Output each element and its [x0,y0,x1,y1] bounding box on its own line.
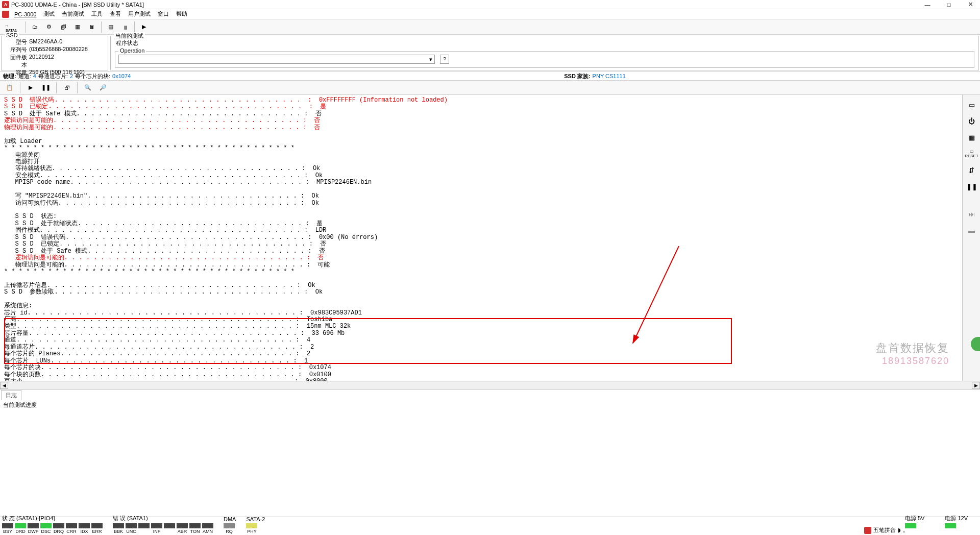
led-indicator [177,523,188,528]
tool-grid-icon[interactable]: ▤ [104,20,117,34]
menu-test[interactable]: 测试 [40,9,58,19]
svg-text:↔: ↔ [5,23,9,28]
side-pause-icon[interactable]: ❚❚ [966,181,977,192]
app-icon: A [2,1,9,8]
led-label: DSC [41,529,51,534]
menu-user-test[interactable]: 用户测试 [125,9,154,19]
copy-button[interactable]: 📋 [3,81,16,94]
log-line [4,131,958,138]
log-line: 通道. . . . . . . . . . . . . . . . . . . … [4,337,958,344]
log-line [4,207,958,213]
led-indicator [138,523,150,528]
led-label: AMN [203,529,213,534]
log-line: 每个芯片的 Planes. . . . . . . . . . . . . . … [4,351,958,357]
run-button[interactable]: ▶ [137,20,151,34]
log-line: 电源关闭 [4,152,958,159]
log-output[interactable]: S S D 错误代码. . . . . . . . . . . . . . . … [0,95,963,381]
status-g3-title: DMA [224,516,236,522]
led-indicator [40,523,52,528]
brand-icon [2,11,9,18]
operation-fieldset: Operation ▾ ? [115,51,974,68]
led-crr: CRR [66,523,77,534]
tool-waveform-icon[interactable]: ⫼ [118,20,132,34]
main-toolbar: ↔SATA1 🗂 ⚙ 🗐 ▦ 🖩 ▤ ⫼ ▶ [0,19,980,35]
ssd-info-panel: SSD 型号SM2246AA-0 序列号(03)5526888-20080228… [1,36,108,70]
side-usb-icon[interactable]: ⇵ [966,164,977,176]
side-skip-icon[interactable]: ⏭ [966,208,977,220]
menu-help[interactable]: 帮助 [173,9,190,19]
menu-window[interactable]: 窗口 [155,9,172,19]
tool-calc-icon[interactable]: 🖩 [85,20,99,34]
window-button[interactable]: 🗗 [60,81,74,94]
led-blank [138,523,150,534]
led-drd: DRD [15,523,26,534]
side-reset-icon[interactable]: ▭RESET [966,148,977,159]
svg-text:SATA1: SATA1 [6,29,17,32]
log-line: S S D 状态: [4,213,958,220]
led-label: RQ [226,529,233,534]
log-line: 逻辑访问是可能的. . . . . . . . . . . . . . . . … [4,255,958,261]
side-slider-icon[interactable]: ▬ [966,225,977,236]
horizontal-scrollbar[interactable]: ◀ ▶ [0,381,980,389]
side-hex-icon[interactable]: ▦ [966,132,977,143]
led-inf: INF [151,523,162,534]
maximize-button[interactable]: □ [941,1,957,9]
menu-brand[interactable]: PC-3000 [11,10,39,18]
led-label: BBK [114,529,123,534]
current-test-title: 当前的测试 [114,32,145,40]
led-label: INF [153,529,161,534]
menu-view[interactable]: 查看 [107,9,124,19]
tool-id-icon[interactable]: 🗂 [28,20,41,34]
play-button[interactable]: ▶ [24,81,37,94]
tool-hex-icon[interactable]: ▦ [71,20,84,34]
log-line: 加载 Loader [4,138,958,145]
serial-label: 序列号 [6,46,29,54]
log-line: 类型. . . . . . . . . . . . . . . . . . . … [4,323,958,330]
find-next-button[interactable]: 🔎 [96,81,110,94]
tool-gear-icon[interactable]: ⚙ [42,20,56,34]
log-line: S S D 已锁定. . . . . . . . . . . . . . . .… [4,241,958,248]
ime-label: 五笔拼音 [873,526,896,534]
help-button[interactable]: ? [440,55,449,64]
status-bar: 状 态 (SATA1)-[PIO4] BSYDRDDWFDSCDRQCRRIDX… [0,517,980,535]
operation-dropdown[interactable]: ▾ [118,55,435,64]
status-group-sata2: SATA-2 PHY [246,516,265,534]
log-line: 电源打开 [4,159,958,165]
led-indicator [126,523,137,528]
minimize-button[interactable]: — [920,1,935,9]
tab-log[interactable]: 日志 [1,390,21,400]
power-12v: 电源 12V [945,515,968,534]
led-label [169,529,170,534]
sata-port-button[interactable]: ↔SATA1 [2,20,22,34]
find-button[interactable]: 🔍 [81,81,94,94]
fw-label: 固件版本 [6,54,29,69]
log-line: 每个芯片 LUNs. . . . . . . . . . . . . . . .… [4,358,958,364]
led-phy: PHY [246,523,257,534]
scroll-right-button[interactable]: ▶ [972,382,980,389]
led-indicator [79,523,90,528]
log-line: 芯片容量. . . . . . . . . . . . . . . . . . … [4,330,958,337]
ssd-family-value: PNY CS1111 [593,73,626,79]
menu-tools[interactable]: 工具 [88,9,106,19]
secondary-toolbar: 📋 ▶ ❚❚ 🗗 🔍 🔎 [0,81,980,95]
log-line: 每通道芯片. . . . . . . . . . . . . . . . . .… [4,344,958,351]
menu-current-test[interactable]: 当前测试 [59,9,87,19]
side-chip-icon[interactable]: ▭ [966,99,977,110]
log-line: 物理访问是可能的. . . . . . . . . . . . . . . . … [4,125,958,131]
help-icon: ? [443,56,446,62]
log-line [4,296,958,303]
led-label: DRQ [54,529,64,534]
ime-icon [864,527,871,534]
tool-compare-icon[interactable]: 🗐 [57,20,70,34]
power-12v-label: 电源 12V [945,515,968,522]
log-line: * * * * * * * * * * * * * * * * * * * * … [4,269,958,275]
side-power-icon[interactable]: ⏻ [966,115,977,127]
log-line: 每个块的页数. . . . . . . . . . . . . . . . . … [4,372,958,378]
cap-value: 256 GB (500 118 192) [29,69,85,77]
scroll-left-button[interactable]: ◀ [0,382,8,389]
log-line: 写 "MPISP2246EN.bin". . . . . . . . . . .… [4,193,958,200]
ime-indicator[interactable]: 五笔拼音 ◗ 。 [864,526,909,534]
title-bar: A PC-3000 UDMA-E - China - [SM SSD Utili… [0,0,980,9]
close-button[interactable]: ✕ [963,1,978,9]
pause-button[interactable]: ❚❚ [39,81,53,94]
